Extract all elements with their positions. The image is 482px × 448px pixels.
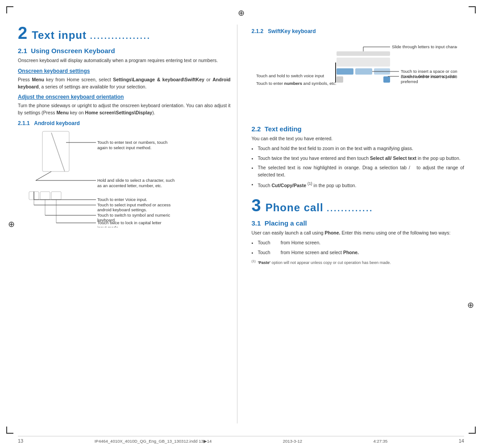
- svg-rect-43: [335, 63, 336, 83]
- bullet-dot-3: •: [252, 165, 255, 179]
- corner-mark-tr: [469, 6, 476, 13]
- section-2-2-heading: 2.2 Text editing: [252, 125, 465, 133]
- swiftkey-diagram: Slide through letters to input character…: [252, 38, 465, 121]
- svg-text:Touch twice to lock in capital: Touch twice to lock in capital letter: [97, 220, 162, 225]
- svg-text:Touch to switch to symbol and : Touch to switch to symbol and numeric: [97, 213, 170, 218]
- svg-line-5: [36, 172, 51, 180]
- footer: 13 IP4464_4010X_4010D_QG_Eng_GB_13_13031…: [18, 436, 464, 444]
- compass-top-icon: ⊕: [238, 8, 245, 18]
- placing-call-bullet-2: • Touch from Home screen and select Phon…: [252, 249, 465, 257]
- section-2-1-intro: Onscreen keyboard will display automatic…: [18, 57, 231, 64]
- footer-file-info: IP4464_4010X_4010D_QG_Eng_GB_13_130312.i…: [95, 439, 212, 444]
- bullet-item-1: • Touch and hold the text field to zoom …: [252, 145, 465, 153]
- bullet-dot-1: •: [252, 146, 255, 153]
- bullet-text-c2: Touch from Home screen and select Phone.: [258, 249, 359, 257]
- chapter-2-heading: 2 Text input .................: [18, 25, 231, 42]
- bullet-dot-2: •: [252, 155, 255, 163]
- footer-time: 4:27:35: [374, 439, 388, 444]
- subsection-settings-heading: Onscreen keyboard settings: [18, 68, 231, 74]
- svg-text:again to select input method.: again to select input method.: [97, 145, 151, 150]
- page-number-left: 13: [18, 438, 23, 444]
- bullet-text-2: Touch twice the text you have entered an…: [258, 155, 461, 163]
- subsection-settings-text: Press Menu key from Home screen, select …: [18, 76, 231, 91]
- svg-rect-33: [383, 76, 390, 83]
- chapter-2-number: 2: [18, 25, 27, 42]
- chapter-3-number: 3: [252, 197, 261, 214]
- right-column: 2.1.2 SwiftKey keyboard: [250, 25, 465, 423]
- android-keyboard-diagram: Touch to enter text or numbers, touch ag…: [18, 129, 231, 227]
- subsection-2-1-2-heading: 2.1.2 SwiftKey keyboard: [252, 28, 465, 34]
- android-keyboard-svg: Touch to enter text or numbers, touch ag…: [18, 129, 231, 227]
- svg-text:Touch to select input method o: Touch to select input method or access: [97, 202, 170, 207]
- bullet-text-1: Touch and hold the text field to zoom in…: [258, 145, 413, 153]
- svg-text:preferred: preferred: [401, 79, 418, 84]
- bullet-item-2: • Touch twice the text you have entered …: [252, 155, 465, 163]
- svg-rect-29: [337, 68, 353, 75]
- svg-rect-27: [337, 51, 390, 56]
- svg-rect-30: [355, 68, 372, 75]
- section-2-1-heading: 2.1 Using Onscreen Keyboard: [18, 47, 231, 54]
- svg-text:Touch to enter numbers and sym: Touch to enter numbers and symbols, etc.: [256, 81, 337, 86]
- section-2-2-intro: You can edit the text you have entered.: [252, 135, 465, 142]
- svg-line-0: [51, 133, 65, 172]
- corner-mark-br: [469, 427, 476, 434]
- bullet-text-c1: Touch from Home screen.: [258, 239, 321, 247]
- bullet-dot-c1: •: [252, 240, 255, 247]
- swiftkey-svg: Slide through letters to input character…: [252, 38, 457, 121]
- chapter-2-title: Text input .................: [32, 29, 151, 42]
- placing-call-bullets: • Touch from Home screen. • Touch from H…: [252, 239, 465, 257]
- compass-right-icon: ⊕: [467, 300, 474, 310]
- svg-rect-1: [42, 131, 69, 172]
- bullet-text-3: The selected text is now highlighted in …: [258, 164, 465, 179]
- main-content: 2 Text input ................. 2.1 Using…: [18, 25, 464, 423]
- text-editing-bullets: • Touch and hold the text field to zoom …: [252, 145, 465, 189]
- bullet-dot-4: •: [252, 181, 255, 189]
- svg-text:current word or insert a predi: current word or insert a prediction as: [401, 74, 457, 79]
- svg-text:Touch to enter Voice input.: Touch to enter Voice input.: [97, 197, 147, 202]
- section-3-1-intro: User can easily launch a call using Phon…: [252, 230, 465, 237]
- footer-date: 2013-3-12: [283, 439, 302, 444]
- bullet-text-4: Touch Cut/Copy/Paste (1) in the pop up b…: [258, 181, 357, 189]
- corner-mark-bl: [6, 427, 13, 434]
- page: ⊕ ⊕ ⊕ 2 Text input ................. 2.1…: [0, 0, 482, 448]
- section-3-1-heading: 3.1 Placing a call: [252, 219, 465, 227]
- chapter-3-title: Phone call .............: [266, 201, 374, 214]
- svg-text:Touch and hold to switch voice: Touch and hold to switch voice input: [256, 73, 324, 78]
- bullet-item-4: • Touch Cut/Copy/Paste (1) in the pop up…: [252, 181, 465, 189]
- subsection-2-1-1-heading: 2.1.1 Android keyboard: [18, 120, 231, 126]
- footnote: (1) 'Paste' option will not appear unles…: [252, 259, 465, 266]
- subsection-adjust-text: Turn the phone sideways or upright to ad…: [18, 102, 231, 117]
- subsection-adjust-heading: Adjust the onscreen keyboard orientation: [18, 94, 231, 100]
- svg-text:as an accented letter, number,: as an accented letter, number, etc.: [97, 183, 162, 188]
- svg-rect-28: [337, 58, 390, 67]
- svg-text:Touch to insert a space or com: Touch to insert a space or complete the: [401, 69, 457, 74]
- left-column: 2 Text input ................. 2.1 Using…: [18, 25, 237, 423]
- placing-call-bullet-1: • Touch from Home screen.: [252, 239, 465, 247]
- svg-text:android keyboard settings.: android keyboard settings.: [97, 207, 147, 212]
- compass-left-icon: ⊕: [8, 219, 15, 229]
- svg-text:input mode.: input mode.: [97, 225, 120, 227]
- svg-rect-10: [40, 192, 50, 200]
- svg-text:Touch to enter text or numbers: Touch to enter text or numbers, touch: [97, 140, 167, 145]
- bullet-dot-c2: •: [252, 250, 255, 257]
- corner-mark-tl: [6, 6, 13, 13]
- chapter-3-heading: 3 Phone call .............: [252, 197, 465, 214]
- svg-text:Hold and slide to select a cha: Hold and slide to select a character, su…: [97, 178, 175, 183]
- svg-rect-11: [51, 192, 61, 200]
- svg-text:Slide through letters to input: Slide through letters to input character…: [392, 44, 457, 49]
- svg-rect-32: [337, 76, 343, 83]
- bullet-item-3: • The selected text is now highlighted i…: [252, 164, 465, 179]
- page-number-right: 14: [459, 438, 464, 444]
